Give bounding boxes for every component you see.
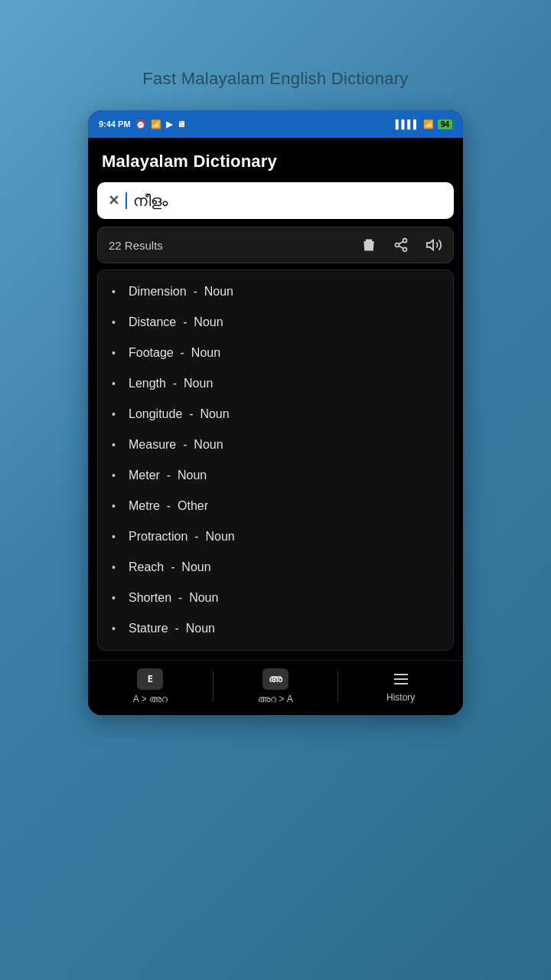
app-header: Malayalam Dictionary xyxy=(88,138,463,182)
battery-icon: 94 xyxy=(438,119,452,129)
list-item[interactable]: • Longitude - Noun xyxy=(98,399,453,430)
svg-rect-0 xyxy=(364,241,373,243)
search-bar[interactable]: ✕ നീളം xyxy=(97,182,454,219)
media-icon: ▶ xyxy=(166,119,172,129)
bullet: • xyxy=(112,377,121,390)
bullet: • xyxy=(112,500,121,512)
phone-frame: 9:44 PM ⏰ 📶 ▶ 🖥 ▌▌▌▌ 📶 94 Malayalam Dict… xyxy=(88,110,463,715)
bullet: • xyxy=(112,347,121,359)
list-item[interactable]: • Reach - Noun xyxy=(98,552,453,583)
result-word: Distance - Noun xyxy=(129,315,223,329)
svg-point-2 xyxy=(396,243,399,247)
result-word: Dimension - Noun xyxy=(129,285,233,299)
cursor xyxy=(126,192,127,209)
nav-eng-to-mal[interactable]: E A > അറ xyxy=(88,668,213,704)
bullet: • xyxy=(112,439,121,451)
volume-icon[interactable] xyxy=(425,237,442,253)
wifi-signal-icon: ▌▌▌▌ xyxy=(396,119,419,129)
list-item[interactable]: • Protraction - Noun xyxy=(98,521,453,552)
list-item[interactable]: • Meter - Noun xyxy=(98,460,453,491)
results-count: 22 Results xyxy=(109,239,163,252)
bottom-nav: E A > അറ അ അറ > A History xyxy=(88,660,463,715)
nav-history[interactable]: History xyxy=(338,670,463,703)
status-bar: 9:44 PM ⏰ 📶 ▶ 🖥 ▌▌▌▌ 📶 94 xyxy=(88,110,463,138)
eng-to-mal-icon: E xyxy=(137,668,163,690)
list-item[interactable]: • Footage - Noun xyxy=(98,338,453,368)
display-icon: 🖥 xyxy=(177,119,185,129)
mal-to-eng-icon: അ xyxy=(262,668,289,690)
list-item[interactable]: • Stature - Noun xyxy=(98,613,453,644)
list-item[interactable]: • Distance - Noun xyxy=(98,307,453,338)
history-label: History xyxy=(386,692,415,703)
bullet: • xyxy=(112,469,121,482)
app-title: Malayalam Dictionary xyxy=(102,152,277,171)
mal-to-eng-label: അറ > A xyxy=(258,694,293,704)
bullet: • xyxy=(112,531,121,543)
result-word: Stature - Noun xyxy=(129,622,215,635)
results-list: • Dimension - Noun • Distance - Noun • F… xyxy=(97,270,454,651)
bullet: • xyxy=(112,286,121,298)
list-item[interactable]: • Dimension - Noun xyxy=(98,276,453,307)
status-left: 9:44 PM ⏰ 📶 ▶ 🖥 xyxy=(99,119,185,129)
result-word: Shorten - Noun xyxy=(129,591,218,605)
result-word: Metre - Other xyxy=(129,499,208,513)
result-word: Length - Noun xyxy=(129,377,213,390)
bullet: • xyxy=(112,408,121,420)
list-item[interactable]: • Metre - Other xyxy=(98,491,453,521)
results-icons xyxy=(361,237,442,253)
page-outer-title: Fast Malayalam English Dictionary xyxy=(142,69,408,89)
bullet: • xyxy=(112,592,121,604)
list-item[interactable]: • Measure - Noun xyxy=(98,430,453,460)
share-icon[interactable] xyxy=(393,237,409,253)
delete-icon[interactable] xyxy=(361,237,377,253)
results-list-container: • Dimension - Noun • Distance - Noun • F… xyxy=(88,270,463,660)
results-inner: 22 Results xyxy=(97,227,454,263)
list-item[interactable]: • Length - Noun xyxy=(98,368,453,399)
bullet: • xyxy=(112,316,121,328)
result-word: Longitude - Noun xyxy=(129,407,230,421)
nav-mal-to-eng[interactable]: അ അറ > A xyxy=(214,668,338,704)
alarm-icon: ⏰ xyxy=(135,119,146,129)
wifi-icon: 📶 xyxy=(423,119,434,129)
svg-line-4 xyxy=(399,246,403,248)
bullet: • xyxy=(112,561,121,573)
history-icon xyxy=(392,670,410,688)
svg-point-3 xyxy=(403,247,407,251)
result-word: Meter - Noun xyxy=(129,469,207,482)
search-input-text: നീളം xyxy=(133,192,443,210)
result-word: Reach - Noun xyxy=(129,560,211,574)
svg-point-1 xyxy=(403,239,407,243)
search-clear-button[interactable]: ✕ xyxy=(108,194,119,207)
status-right: ▌▌▌▌ 📶 94 xyxy=(396,119,452,129)
result-word: Footage - Noun xyxy=(129,346,220,360)
result-word: Protraction - Noun xyxy=(129,530,235,544)
list-item[interactable]: • Shorten - Noun xyxy=(98,583,453,613)
bullet: • xyxy=(112,622,121,635)
svg-line-5 xyxy=(399,241,403,243)
time-display: 9:44 PM xyxy=(99,119,131,129)
signal-icon: 📶 xyxy=(151,119,161,129)
svg-marker-6 xyxy=(427,240,433,250)
search-container: ✕ നീളം xyxy=(88,182,463,227)
eng-to-mal-label: A > അറ xyxy=(133,694,168,704)
result-word: Measure - Noun xyxy=(129,438,223,452)
results-bar: 22 Results xyxy=(88,227,463,270)
